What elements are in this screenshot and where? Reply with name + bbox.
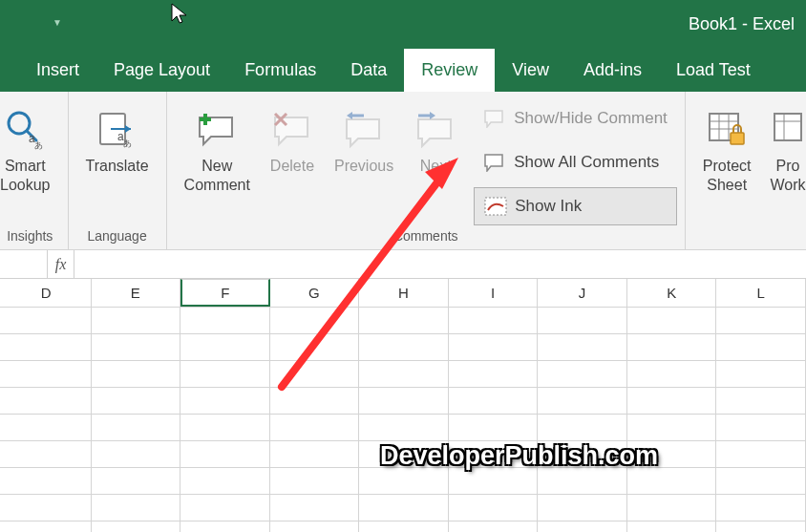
cell[interactable] [538,334,627,360]
cell[interactable] [716,388,806,414]
cell[interactable] [2,521,92,532]
col-header-f[interactable]: F [180,279,270,307]
cell[interactable] [627,468,717,494]
cell[interactable] [270,521,360,532]
cell[interactable] [359,468,449,494]
cell[interactable] [627,521,717,532]
cell[interactable] [180,334,270,360]
cell[interactable] [538,415,627,440]
cell[interactable] [449,495,539,521]
cell[interactable] [270,495,360,521]
tab-insert[interactable]: Insert [19,49,96,92]
cell[interactable] [2,468,92,494]
cell[interactable] [92,361,181,387]
cell[interactable] [359,415,449,440]
tab-addins[interactable]: Add-ins [566,49,659,92]
tab-formulas[interactable]: Formulas [227,49,333,92]
cell[interactable] [92,334,181,360]
cell[interactable] [449,415,539,440]
cell[interactable] [359,388,449,414]
cell[interactable] [180,361,270,387]
cell[interactable] [716,468,806,494]
cell[interactable] [359,521,449,532]
cell[interactable] [627,361,717,387]
col-header-h[interactable]: H [359,279,449,307]
cell[interactable] [538,361,627,387]
col-header-j[interactable]: J [538,279,627,307]
cell[interactable] [2,334,92,360]
cell[interactable] [627,388,717,414]
cell[interactable] [180,388,270,414]
cell[interactable] [627,495,717,521]
cell[interactable] [449,308,539,333]
cell[interactable] [180,441,270,467]
col-header-e[interactable]: E [92,279,181,307]
cell[interactable] [538,495,627,521]
cell[interactable] [2,388,92,414]
cell[interactable] [92,468,181,494]
cell[interactable] [92,415,181,440]
cell[interactable] [538,468,627,494]
cell[interactable] [180,495,270,521]
cell[interactable] [449,468,539,494]
cell[interactable] [538,441,627,467]
cell[interactable] [449,441,539,467]
show-ink-button[interactable]: Show Ink [474,187,677,225]
new-comment-button[interactable]: New Comment [175,97,260,195]
name-box[interactable] [0,250,48,278]
cell[interactable] [92,308,181,333]
formula-input[interactable] [74,250,806,278]
cell[interactable] [270,388,360,414]
qat-dropdown-icon[interactable]: ▼ [53,17,62,28]
cell[interactable] [180,308,270,333]
cell[interactable] [270,361,360,387]
fx-button[interactable]: fx [48,250,74,278]
cell[interactable] [2,308,92,333]
cell[interactable] [270,441,360,467]
protect-sheet-button[interactable]: Protect Sheet [693,97,761,195]
cell[interactable] [2,415,92,440]
cell[interactable] [270,415,360,440]
cell[interactable] [449,361,539,387]
tab-view[interactable]: View [495,49,566,92]
cell[interactable] [716,441,806,467]
cell[interactable] [180,468,270,494]
cell[interactable] [716,415,806,440]
cell[interactable] [270,308,360,333]
col-header-d[interactable]: D [2,279,92,307]
cell[interactable] [449,388,539,414]
cell[interactable] [449,521,539,532]
show-all-comments-button[interactable]: Show All Comments [474,143,677,181]
cell[interactable] [92,495,181,521]
cell[interactable] [270,334,360,360]
cell[interactable] [627,415,717,440]
cell[interactable] [449,334,539,360]
cell[interactable] [92,521,181,532]
cell[interactable] [270,468,360,494]
col-header-k[interactable]: K [627,279,717,307]
cell[interactable] [359,495,449,521]
worksheet-grid[interactable]: D E F G H I J K L [0,279,806,532]
cell[interactable] [359,308,449,333]
cell[interactable] [627,441,717,467]
col-header-g[interactable]: G [270,279,360,307]
cell[interactable] [538,388,627,414]
cell[interactable] [359,441,449,467]
cell[interactable] [716,521,806,532]
cell[interactable] [92,388,181,414]
cell[interactable] [716,495,806,521]
cell[interactable] [627,334,717,360]
cell[interactable] [359,334,449,360]
cell[interactable] [627,308,717,333]
cell[interactable] [2,361,92,387]
tab-data[interactable]: Data [333,49,404,92]
cell[interactable] [359,361,449,387]
cell[interactable] [716,308,806,333]
tab-page-layout[interactable]: Page Layout [96,49,227,92]
protect-workbook-button[interactable]: Pro Work [761,97,806,195]
col-header-i[interactable]: I [449,279,539,307]
cell[interactable] [180,521,270,532]
cell[interactable] [716,361,806,387]
tab-load-test[interactable]: Load Test [659,49,768,92]
cell[interactable] [92,441,181,467]
